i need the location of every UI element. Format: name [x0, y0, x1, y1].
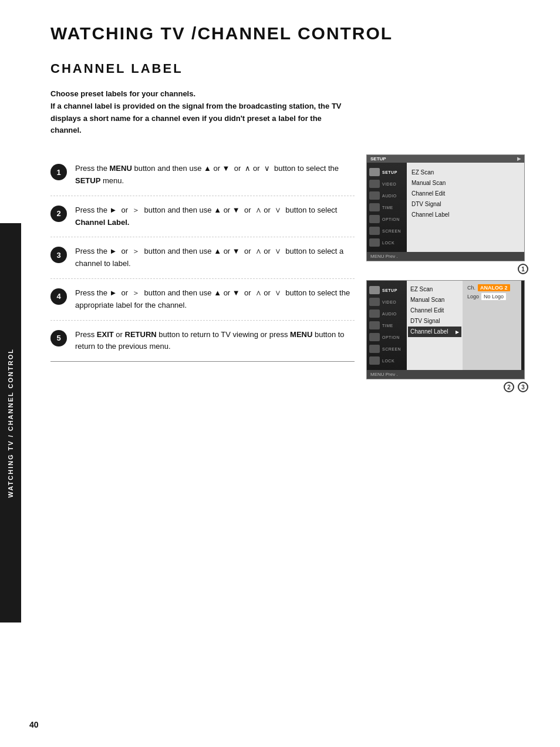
- menu-row-audio: AUDIO: [367, 190, 407, 201]
- menu2-icon-screen: [369, 345, 380, 353]
- menu-label-time: TIME: [382, 206, 393, 210]
- page-wrapper: WATCHING TV / CHANNEL CONTROL WATCHING T…: [0, 0, 560, 747]
- menu2-icon-video: [369, 298, 380, 306]
- menu2-icon-audio: [369, 309, 380, 318]
- screenshot2-annotation: 2 3: [366, 382, 531, 392]
- menu-row-screen: SCREEN: [367, 225, 407, 237]
- logo-value: No Logo: [481, 293, 506, 300]
- option-channeledit: Channel Edit: [411, 189, 519, 199]
- screenshot1-prev: MENU Prev .: [367, 252, 524, 261]
- option-ezscan: EZ Scan: [411, 167, 519, 178]
- screenshot2-inner: SETUP VIDEO AUDIO: [367, 281, 524, 370]
- menu-icon-option: [369, 215, 380, 223]
- menu2-row-screen: SCREEN: [367, 343, 407, 355]
- menu-label-option: OPTION: [382, 217, 400, 221]
- menu-label-screen: SCREEN: [382, 229, 401, 233]
- screenshot2-prev: MENU Prev .: [367, 370, 524, 379]
- screenshots-column: SETUP ▶ SETUP: [366, 154, 531, 392]
- option2-manualscan: Manual Scan: [410, 295, 459, 305]
- ch-value: ANALOG 2: [478, 284, 510, 291]
- step-1-text: Press the MENU button and then use ▲ or …: [75, 163, 355, 187]
- menu-icon-setup: [369, 168, 380, 176]
- screenshot-panel-1: SETUP ▶ SETUP: [366, 154, 525, 261]
- sidebar: WATCHING TV / CHANNEL CONTROL: [0, 223, 21, 622]
- menu2-label-screen: SCREEN: [382, 347, 401, 351]
- menu2-icon-setup: [369, 286, 380, 294]
- menu2-label-setup: SETUP: [382, 288, 397, 292]
- menu2-label-time: TIME: [382, 324, 393, 328]
- menu2-row-video: VIDEO: [367, 296, 407, 308]
- menu2-row-setup: SETUP: [367, 284, 407, 296]
- option2-channeledit: Channel Edit: [410, 305, 459, 316]
- intro-line1: Choose preset labels for your channels.: [50, 89, 195, 98]
- menu2-label-video: VIDEO: [382, 300, 396, 304]
- steps-column: 1 Press the MENU button and then use ▲ o…: [50, 154, 355, 392]
- main-content: WATCHING TV /CHANNEL CONTROL CHANNEL LAB…: [21, 0, 560, 416]
- option-dtvsignal: DTV Signal: [411, 199, 519, 210]
- menu-row-setup: SETUP: [367, 166, 407, 178]
- channel-label-text: Channel Label: [410, 328, 448, 336]
- screenshot2-options: EZ Scan Manual Scan Channel Edit DTV Sig…: [407, 281, 463, 370]
- menu2-row-audio: AUDIO: [367, 308, 407, 319]
- step-4-text: Press the ► or ＞ button and then use ▲ o…: [75, 287, 355, 312]
- step-3-circle: 3: [50, 247, 67, 263]
- ann-circle-2: 2: [504, 382, 514, 392]
- screenshot-panel-2: SETUP VIDEO AUDIO: [366, 280, 525, 379]
- menu2-icon-lock: [369, 356, 380, 365]
- step-1: 1 Press the MENU button and then use ▲ o…: [50, 154, 355, 196]
- setup-label: SETUP: [370, 156, 386, 161]
- menu-icon-time: [369, 203, 380, 211]
- menu-icon-video: [369, 180, 380, 188]
- subpanel-row-logo: Logo No Logo: [467, 293, 517, 300]
- step-3: 3 Press the ► or ＞ button and then use ▲…: [50, 237, 355, 279]
- sidebar-text: WATCHING TV / CHANNEL CONTROL: [7, 348, 14, 497]
- step-2: 2 Press the ► or ＞ button and then use ▲…: [50, 196, 355, 238]
- menu-icon-lock: [369, 238, 380, 247]
- step-2-circle: 2: [50, 206, 67, 222]
- menu-row-time: TIME: [367, 201, 407, 213]
- intro-text: Choose preset labels for your channels. …: [50, 88, 344, 137]
- option2-ezscan: EZ Scan: [410, 284, 459, 295]
- screenshot1-inner: SETUP VIDEO AUDIO: [367, 163, 524, 252]
- screenshot1-options: EZ Scan Manual Scan Channel Edit DTV Sig…: [407, 163, 524, 252]
- step-4-circle: 4: [50, 288, 67, 305]
- screenshot2-menu-sidebar: SETUP VIDEO AUDIO: [367, 281, 407, 370]
- menu2-row-lock: LOCK: [367, 355, 407, 366]
- menu2-label-option: OPTION: [382, 335, 400, 339]
- menu2-icon-time: [369, 321, 380, 329]
- screenshot1-annotation: 1: [366, 264, 531, 274]
- menu-label-lock: LOCK: [382, 241, 394, 245]
- screenshot-2: SETUP VIDEO AUDIO: [366, 280, 531, 392]
- menu-icon-screen: [369, 227, 380, 235]
- intro-line2: If a channel label is provided on the si…: [50, 102, 342, 135]
- step-1-circle: 1: [50, 164, 67, 180]
- ch-label: Ch.: [467, 285, 475, 291]
- ann-circle-1: 1: [518, 264, 528, 274]
- screenshot1-header: SETUP ▶: [367, 155, 524, 163]
- menu-label-video: VIDEO: [382, 182, 396, 186]
- step-2-text: Press the ► or ＞ button and then use ▲ o…: [75, 204, 355, 229]
- logo-label: Logo: [467, 294, 479, 300]
- channel-label-arrow: ▶: [456, 329, 459, 335]
- menu2-row-time: TIME: [367, 319, 407, 331]
- body-area: 1 Press the MENU button and then use ▲ o…: [50, 154, 531, 392]
- menu-row-video: VIDEO: [367, 178, 407, 190]
- section-title: CHANNEL LABEL: [50, 61, 531, 76]
- page-title: WATCHING TV /CHANNEL CONTROL: [50, 23, 531, 43]
- menu-row-option: OPTION: [367, 213, 407, 225]
- screenshot1-menu-sidebar: SETUP VIDEO AUDIO: [367, 163, 407, 252]
- menu-icon-audio: [369, 191, 380, 200]
- menu2-label-lock: LOCK: [382, 359, 394, 363]
- option2-channellabel: Channel Label ▶: [408, 327, 461, 337]
- option-channellabel: Channel Label: [411, 210, 519, 220]
- screenshot2-subpanel: Ch. ANALOG 2 Logo No Logo: [463, 281, 521, 370]
- step-3-text: Press the ► or ＞ button and then use ▲ o…: [75, 245, 355, 270]
- menu-label-audio: AUDIO: [382, 194, 397, 198]
- option-manualscan: Manual Scan: [411, 178, 519, 189]
- arrow-right-icon: ▶: [517, 156, 521, 161]
- ann-circle-3: 3: [518, 382, 528, 392]
- step-5: 5 Press EXIT or RETURN button to return …: [50, 321, 355, 362]
- step-5-text: Press EXIT or RETURN button to return to…: [75, 329, 355, 354]
- menu-row-lock: LOCK: [367, 237, 407, 248]
- subpanel-row-ch: Ch. ANALOG 2: [467, 284, 517, 291]
